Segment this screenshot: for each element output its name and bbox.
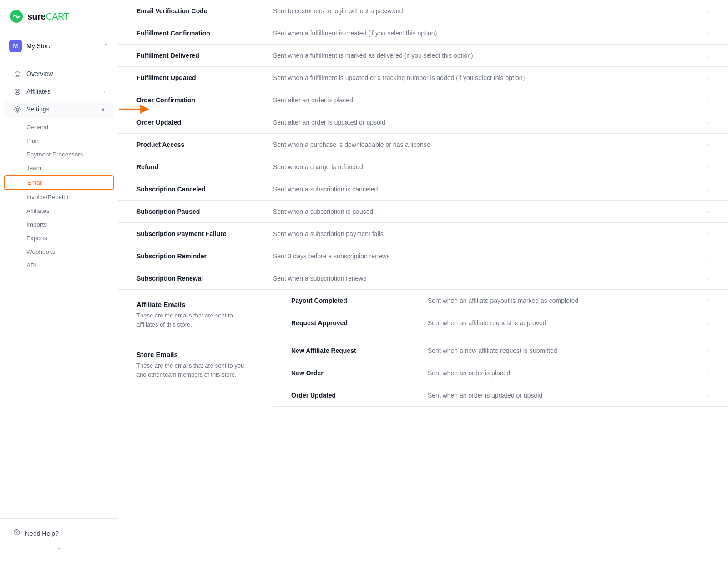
subnav-item-plan[interactable]: Plan (4, 134, 114, 147)
email-item-name: Fulfillment Delivered (136, 52, 273, 59)
email-item-name: Refund (136, 163, 273, 171)
subnav-item-email[interactable]: Email (4, 175, 114, 190)
email-list-item[interactable]: Order Confirmation Sent after an order i… (118, 89, 728, 111)
subnav-item-exports[interactable]: Exports (4, 232, 114, 245)
store-name: My Store (26, 42, 103, 50)
subnav-item-team[interactable]: Team (4, 161, 114, 175)
collapse-sidebar-button[interactable]: ⌃ (9, 544, 109, 557)
email-list-item[interactable]: Subscription Payment Failure Sent when a… (118, 223, 728, 245)
email-item-desc: Sent to customers to login without a pas… (273, 7, 700, 15)
email-item-name: Subscription Reminder (136, 252, 273, 260)
email-list-item[interactable]: Order Updated Sent after an order is upd… (118, 111, 728, 134)
subnav-item-imports[interactable]: Imports (4, 218, 114, 231)
affiliate-emails-section: Affiliate Emails These are the emails th… (118, 290, 728, 340)
email-list-item[interactable]: Order Updated Sent when an order is upda… (273, 384, 728, 407)
sidebar-item-settings-label: Settings (26, 106, 50, 113)
subnav-general-label: General (26, 124, 48, 131)
email-item-name: Product Access (136, 141, 273, 148)
email-item-name: Request Approved (291, 319, 428, 327)
subnav-item-general[interactable]: General (4, 121, 114, 134)
main-content: Email Verification Code Sent to customer… (118, 0, 728, 564)
settings-icon (13, 105, 22, 114)
sidebar-item-settings[interactable]: Settings ∨ (4, 101, 114, 118)
store-emails-section: Store Emails These are the emails that a… (118, 340, 728, 407)
email-list-item[interactable]: Request Approved Sent when an affiliate … (273, 312, 728, 334)
subnav-invoice-receipt-label: Invoice/Receipt (26, 194, 68, 201)
email-list-item[interactable]: New Affiliate Request Sent when a new af… (273, 340, 728, 362)
sidebar-item-overview-label: Overview (26, 70, 53, 77)
email-list-item[interactable]: Product Access Sent when a purchase is d… (118, 134, 728, 156)
email-item-chevron-icon: › (708, 319, 710, 327)
store-section-title: Store Emails (136, 351, 254, 358)
email-item-chevron-icon: › (708, 52, 710, 59)
svg-point-1 (15, 89, 20, 94)
email-list-item[interactable]: Fulfillment Delivered Sent when a fulfil… (118, 45, 728, 67)
email-item-name: Order Updated (291, 392, 428, 399)
email-item-desc: Sent when an affiliate request is approv… (428, 319, 700, 327)
email-item-desc: Sent when a subscription renews (273, 275, 700, 282)
subnav-item-invoice-receipt[interactable]: Invoice/Receipt (4, 191, 114, 204)
store-selector[interactable]: M My Store ⌃ (0, 33, 118, 59)
sidebar-item-overview[interactable]: Overview (4, 65, 114, 82)
email-item-chevron-icon: › (708, 186, 710, 193)
subnav-item-webhooks[interactable]: Webhooks (4, 245, 114, 258)
subnav-item-api[interactable]: API (4, 259, 114, 272)
email-item-chevron-icon: › (708, 230, 710, 237)
store-section-left: Store Emails These are the emails that a… (118, 340, 273, 407)
email-item-name: Subscription Payment Failure (136, 230, 273, 237)
email-item-chevron-icon: › (708, 347, 710, 354)
email-list-item[interactable]: Email Verification Code Sent to customer… (118, 0, 728, 22)
subnav-email-label: Email (27, 179, 43, 186)
email-list-item[interactable]: Subscription Paused Sent when a subscrip… (118, 201, 728, 223)
subnav-imports-label: Imports (26, 221, 47, 228)
email-item-desc: Sent when an order is updated or upsold (428, 392, 700, 399)
subnav-team-label: Team (26, 165, 41, 171)
email-item-desc: Sent when an affiliate payout is marked … (428, 297, 700, 304)
affiliates-icon (13, 87, 22, 96)
email-list-item[interactable]: Subscription Canceled Sent when a subscr… (118, 178, 728, 201)
email-list-item[interactable]: Subscription Reminder Sent 3 days before… (118, 245, 728, 267)
email-item-desc: Sent when a fulfillment is created (if y… (273, 30, 700, 37)
settings-chevron-icon: ∨ (101, 106, 105, 112)
email-item-chevron-icon: › (708, 96, 710, 104)
email-list-item[interactable]: Fulfillment Confirmation Sent when a ful… (118, 22, 728, 45)
email-item-desc: Sent after an order is updated or upsold (273, 119, 700, 126)
affiliates-chevron-icon: › (103, 88, 105, 95)
sidebar-bottom: Need Help? ⌃ (0, 518, 118, 564)
email-item-desc: Sent when a subscription is paused (273, 208, 700, 215)
email-list-item[interactable]: Fulfillment Updated Sent when a fulfillm… (118, 67, 728, 89)
affiliate-section-right: Payout Completed Sent when an affiliate … (273, 290, 728, 340)
sidebar-item-affiliates-label: Affiliates (26, 88, 51, 95)
email-item-desc: Sent when a fulfillment is marked as del… (273, 52, 700, 59)
email-item-chevron-icon: › (708, 369, 710, 377)
affiliate-section-left: Affiliate Emails These are the emails th… (118, 290, 273, 340)
home-icon (13, 69, 22, 78)
nav-section: Overview Affiliates › Settings ∨ General (0, 59, 118, 518)
email-item-desc: Sent when a new affiliate request is sub… (428, 347, 700, 354)
email-list-item[interactable]: Subscription Renewal Sent when a subscri… (118, 267, 728, 290)
svg-point-2 (16, 90, 18, 92)
sidebar-item-affiliates[interactable]: Affiliates › (4, 83, 114, 100)
email-list-item[interactable]: New Order Sent when an order is placed › (273, 362, 728, 384)
email-list-item[interactable]: Refund Sent when a charge is refunded › (118, 156, 728, 178)
email-item-desc: Sent when a purchase is downloadable or … (273, 141, 700, 148)
email-item-name: Subscription Renewal (136, 275, 273, 282)
email-list-item[interactable]: Payout Completed Sent when an affiliate … (273, 290, 728, 312)
email-item-chevron-icon: › (708, 119, 710, 126)
subnav-item-payment-processors[interactable]: Payment Processors (4, 148, 114, 161)
store-chevron-icon: ⌃ (103, 42, 109, 50)
email-item-chevron-icon: › (708, 252, 710, 260)
email-item-name: Email Verification Code (136, 7, 273, 15)
logo: sureCART (0, 0, 118, 33)
subnav-api-label: API (26, 262, 36, 269)
email-item-chevron-icon: › (708, 30, 710, 37)
email-item-name: New Order (291, 369, 428, 377)
subnav-exports-label: Exports (26, 235, 47, 242)
email-item-name: Subscription Paused (136, 208, 273, 215)
email-item-desc: Sent after an order is placed (273, 96, 700, 104)
settings-subnav: General Plan Payment Processors Team Ema… (0, 118, 118, 274)
email-item-name: Fulfillment Confirmation (136, 30, 273, 37)
need-help-button[interactable]: Need Help? (9, 526, 109, 541)
subnav-item-affiliates-sub[interactable]: Affiliates (4, 204, 114, 217)
email-item-desc: Sent when a subscription is canceled (273, 186, 700, 193)
